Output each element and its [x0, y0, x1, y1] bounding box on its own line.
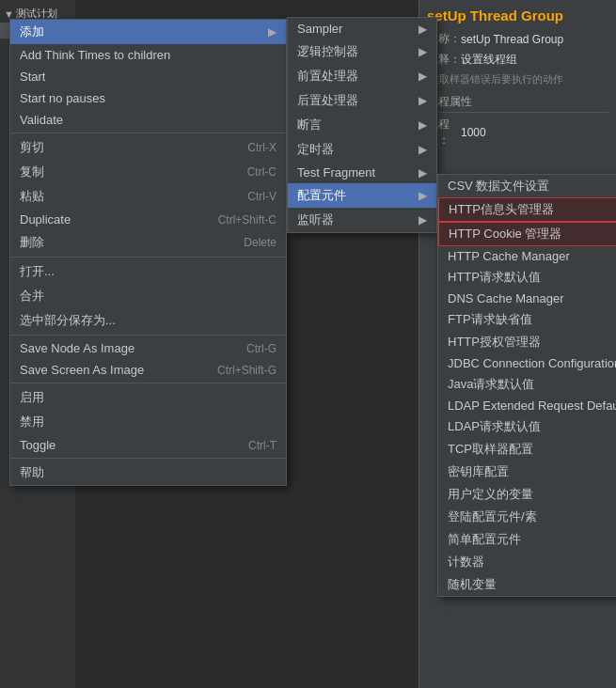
menu-label-start-no-pauses: Start no pauses	[20, 91, 105, 105]
separator-5	[10, 458, 286, 459]
menu-label-ftp-defaults: FTP请求缺省值	[448, 311, 532, 328]
shortcut-copy: Ctrl-C	[247, 165, 276, 179]
shortcut-duplicate: Ctrl+Shift-C	[218, 213, 276, 227]
menu-item-dns-cache-manager[interactable]: DNS Cache Manager	[438, 289, 616, 308]
menu-item-sampler[interactable]: Sampler ▶	[288, 18, 436, 39]
menu-item-add-think-times[interactable]: Add Think Times to children	[10, 44, 286, 66]
menu-item-ldap-defaults[interactable]: LDAP请求默认值	[438, 415, 616, 438]
menu-item-simple-config[interactable]: 简单配置元件	[438, 528, 616, 551]
menu-label-http-auth-manager: HTTP授权管理器	[448, 334, 541, 351]
menu-item-paste[interactable]: 粘贴 Ctrl-V	[10, 184, 286, 209]
menu-label-enable: 启用	[20, 389, 44, 406]
menu-label-start: Start	[20, 70, 45, 84]
menu-label-random-var: 随机变量	[448, 576, 497, 593]
shortcut-delete: Delete	[244, 236, 276, 249]
thread-count-value: 1000	[461, 126, 486, 139]
menu-item-ftp-defaults[interactable]: FTP请求缺省值	[438, 308, 616, 331]
menu-item-http-header-manager[interactable]: HTTP信息头管理器	[438, 197, 616, 222]
menu-label-pre-processor: 前置处理器	[297, 68, 358, 85]
menu-item-keystore-config[interactable]: 密钥库配置	[438, 461, 616, 483]
menu-item-cut[interactable]: 剪切 Ctrl-X	[10, 135, 286, 160]
thread-section: 线程属性	[427, 94, 608, 113]
menu-label-save-selected: 选中部分保存为...	[20, 312, 116, 329]
menu-item-enable[interactable]: 启用	[10, 385, 286, 410]
menu-item-assertion[interactable]: 断言 ▶	[288, 113, 436, 137]
menu-label-jdbc-config: JDBC Connection Configuration	[448, 356, 616, 370]
menu-item-duplicate[interactable]: Duplicate Ctrl+Shift-C	[10, 209, 286, 230]
menu-label-copy: 复制	[20, 164, 44, 180]
menu-item-start[interactable]: Start	[10, 66, 286, 87]
menu-item-user-defined-vars[interactable]: 用户定义的变量	[438, 483, 616, 506]
menu-label-paste: 粘贴	[20, 188, 44, 205]
menu-label-save-screen-image: Save Screen As Image	[20, 363, 144, 377]
menu-label-validate: Validate	[20, 113, 63, 127]
menu-label-ldap-defaults: LDAP请求默认值	[448, 418, 541, 435]
shortcut-save-screen-image: Ctrl+Shift-G	[217, 364, 276, 377]
menu-item-post-processor[interactable]: 后置处理器 ▶	[288, 88, 436, 113]
arrow-icon-test-fragment: ▶	[419, 166, 427, 180]
arrow-icon-pre-processor: ▶	[419, 70, 427, 83]
menu-item-csv[interactable]: CSV 数据文件设置	[438, 175, 616, 197]
menu-label-help: 帮助	[20, 464, 44, 481]
menu-label-post-processor: 后置处理器	[297, 92, 358, 109]
menu-item-help[interactable]: 帮助	[10, 461, 286, 485]
menu-item-http-auth-manager[interactable]: HTTP授权管理器	[438, 331, 616, 353]
menu-item-timer[interactable]: 定时器 ▶	[288, 137, 436, 162]
menu-item-tcp-sampler-config[interactable]: TCP取样器配置	[438, 438, 616, 461]
arrow-icon-timer: ▶	[419, 143, 427, 156]
menu-label-delete: 删除	[20, 234, 44, 251]
menu-label-assertion: 断言	[297, 117, 322, 133]
menu-item-validate[interactable]: Validate	[10, 109, 286, 131]
menu-item-test-fragment[interactable]: Test Fragment ▶	[288, 162, 436, 183]
menu-label-test-fragment: Test Fragment	[297, 165, 375, 180]
menu-item-start-no-pauses[interactable]: Start no pauses	[10, 87, 286, 109]
menu-item-logic-controller[interactable]: 逻辑控制器 ▶	[288, 39, 436, 64]
shortcut-cut: Ctrl-X	[247, 141, 276, 154]
menu-item-java-defaults[interactable]: Java请求默认值	[438, 373, 616, 396]
menu-label-add: 添加	[20, 23, 44, 40]
menu-item-merge[interactable]: 合并	[10, 284, 286, 308]
shortcut-save-node-image: Ctrl-G	[246, 342, 276, 355]
menu-item-add[interactable]: 添加 ▶	[10, 20, 286, 44]
menu-item-ldap-ext-defaults[interactable]: LDAP Extended Request Defaults	[438, 396, 616, 415]
arrow-icon-add: ▶	[268, 25, 276, 39]
menu-label-logic-controller: 逻辑控制器	[297, 43, 358, 60]
menu-item-save-selected[interactable]: 选中部分保存为...	[10, 308, 286, 333]
menu-label-java-defaults: Java请求默认值	[448, 376, 534, 393]
menu-label-http-request-defaults: HTTP请求默认值	[448, 269, 541, 286]
comment-value: 设置线程组	[461, 52, 517, 68]
menu-label-http-cookie-manager: HTTP Cookie 管理器	[449, 226, 561, 242]
menu-label-merge: 合并	[20, 288, 44, 305]
menu-item-copy[interactable]: 复制 Ctrl-C	[10, 160, 286, 184]
menu-label-keystore-config: 密钥库配置	[448, 463, 509, 480]
menu-item-disable[interactable]: 禁用	[10, 410, 286, 434]
menu-item-counter[interactable]: 计数器	[438, 551, 616, 573]
menu-item-save-screen-image[interactable]: Save Screen As Image Ctrl+Shift-G	[10, 359, 286, 381]
menu-item-http-cookie-manager[interactable]: HTTP Cookie 管理器	[438, 222, 616, 246]
menu-item-jdbc-config[interactable]: JDBC Connection Configuration	[438, 353, 616, 373]
menu-item-random-var[interactable]: 随机变量	[438, 573, 616, 596]
name-value: setUp Thread Group	[461, 33, 563, 46]
shortcut-toggle: Ctrl-T	[248, 439, 276, 452]
arrow-icon-assertion: ▶	[419, 118, 427, 132]
menu-item-save-node-image[interactable]: Save Node As Image Ctrl-G	[10, 337, 286, 359]
menu-label-save-node-image: Save Node As Image	[20, 341, 134, 355]
menu-item-login-config[interactable]: 登陆配置元件/素	[438, 506, 616, 528]
menu-label-login-config: 登陆配置元件/素	[448, 508, 537, 525]
menu-item-config-element[interactable]: 配置元件 ▶	[288, 183, 436, 208]
context-menu-level3: CSV 数据文件设置 HTTP信息头管理器 HTTP Cookie 管理器 HT…	[437, 174, 616, 597]
menu-label-config-element: 配置元件	[297, 187, 346, 204]
menu-label-add-think-times: Add Think Times to children	[20, 48, 170, 62]
menu-item-http-request-defaults[interactable]: HTTP请求默认值	[438, 266, 616, 289]
arrow-icon-config-element: ▶	[419, 189, 427, 202]
arrow-icon-post-processor: ▶	[419, 94, 427, 107]
menu-item-toggle[interactable]: Toggle Ctrl-T	[10, 434, 286, 456]
menu-item-listener[interactable]: 监听器 ▶	[288, 208, 436, 232]
menu-label-http-header-manager: HTTP信息头管理器	[449, 201, 554, 218]
menu-item-pre-processor[interactable]: 前置处理器 ▶	[288, 64, 436, 88]
menu-label-sampler: Sampler	[297, 22, 342, 36]
context-menu-level1: 添加 ▶ Add Think Times to children Start S…	[9, 19, 287, 486]
menu-item-http-cache-manager[interactable]: HTTP Cache Manager	[438, 246, 616, 266]
menu-item-delete[interactable]: 删除 Delete	[10, 230, 286, 255]
menu-item-open[interactable]: 打开...	[10, 259, 286, 284]
